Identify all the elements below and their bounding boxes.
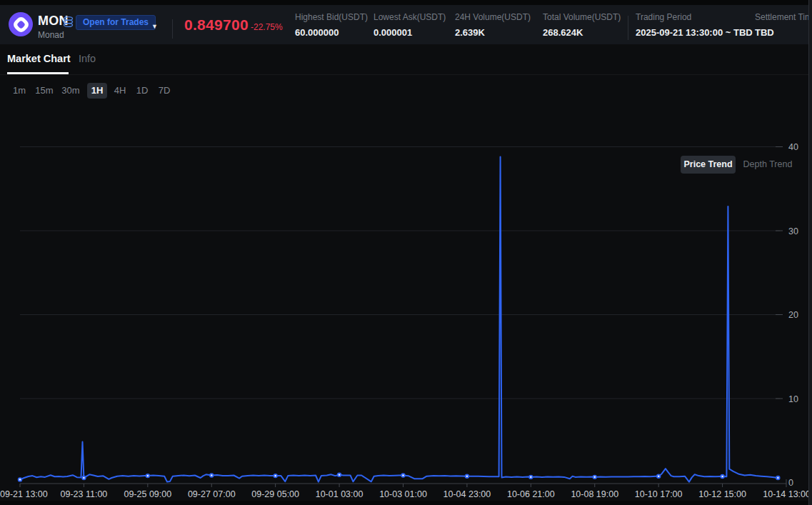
tab-bar: Market Chart Info xyxy=(0,44,812,75)
stat-24h-volume: 24H Volume(USDT) 2.639K xyxy=(455,12,531,38)
stat-label: Highest Bid(USDT) xyxy=(295,12,368,22)
stat-total-volume: Total Volume(USDT) 268.624K xyxy=(543,12,621,38)
trading-page: MON Open for Trades Monad ▼ 0.849700 -22… xyxy=(0,0,812,505)
stat-value: 60.000000 xyxy=(295,27,368,38)
svg-text:10-04 23:00: 10-04 23:00 xyxy=(443,489,491,499)
stat-highest-bid: Highest Bid(USDT) 60.000000 xyxy=(295,12,368,38)
svg-text:10-14 13:00: 10-14 13:00 xyxy=(763,489,811,499)
x-axis-labels: 09-21 13:0009-23 11:0009-25 09:0009-27 0… xyxy=(0,489,811,499)
stat-lowest-ask: Lowest Ask(USDT) 0.000001 xyxy=(374,12,446,38)
price-chart[interactable]: 01020304009-21 13:0009-23 11:0009-25 09:… xyxy=(0,114,812,505)
stat-value: 268.624K xyxy=(543,27,621,38)
header-divider xyxy=(172,19,173,39)
svg-text:09-27 07:00: 09-27 07:00 xyxy=(188,489,236,499)
scrollbar-track[interactable] xyxy=(808,0,812,505)
last-price: 0.849700 xyxy=(184,16,249,34)
svg-text:0: 0 xyxy=(788,478,793,488)
svg-text:20: 20 xyxy=(788,310,798,320)
svg-text:10-10 17:00: 10-10 17:00 xyxy=(635,489,683,499)
active-tab-underline xyxy=(7,72,69,74)
interval-7d[interactable]: 7D xyxy=(156,83,172,99)
header-divider xyxy=(628,16,628,40)
monad-logo xyxy=(9,12,33,36)
top-strip xyxy=(0,0,812,5)
svg-text:09-29 05:00: 09-29 05:00 xyxy=(251,489,299,499)
stat-label: 24H Volume(USDT) xyxy=(455,12,531,22)
svg-text:40: 40 xyxy=(788,142,798,152)
stat-value: 0.000001 xyxy=(374,27,446,38)
data-point-markers xyxy=(18,472,781,481)
stat-value: TBD xyxy=(755,27,812,38)
y-axis-labels: 010203040 xyxy=(788,142,798,488)
interval-1m[interactable]: 1m xyxy=(11,83,27,99)
svg-text:10-12 15:00: 10-12 15:00 xyxy=(698,489,746,499)
stat-label: Lowest Ask(USDT) xyxy=(374,12,446,22)
interval-1d[interactable]: 1D xyxy=(134,83,150,99)
stat-label: Settlement Time xyxy=(755,12,812,22)
interval-15m[interactable]: 15m xyxy=(34,83,54,99)
coins-stack-icon xyxy=(63,16,74,31)
gridlines xyxy=(20,147,783,399)
svg-text:09-21 13:00: 09-21 13:00 xyxy=(0,489,48,499)
svg-text:09-25 09:00: 09-25 09:00 xyxy=(124,489,171,499)
price-trend-chart-svg[interactable]: 01020304009-21 13:0009-23 11:0009-25 09:… xyxy=(0,114,812,505)
interval-1h[interactable]: 1H xyxy=(87,83,107,99)
svg-text:10-03 01:00: 10-03 01:00 xyxy=(379,489,427,499)
price-change-pct: -22.75% xyxy=(251,22,283,32)
svg-text:10-06 21:00: 10-06 21:00 xyxy=(507,489,555,499)
stat-trading-period: Trading Period 2025-09-21 13:30:00 ~ TBD xyxy=(636,12,753,38)
monad-logo-ring xyxy=(11,15,31,34)
status-badge: Open for Trades xyxy=(76,15,156,30)
svg-text:10-08 19:00: 10-08 19:00 xyxy=(571,489,618,499)
chart-toolbar: 1m 15m 30m 1H 4H 1D 7D Price Trend Depth… xyxy=(0,75,812,105)
tab-info[interactable]: Info xyxy=(79,53,96,64)
svg-text:09-23 11:00: 09-23 11:00 xyxy=(61,489,108,499)
token-name: Monad xyxy=(38,30,64,40)
stat-value: 2025-09-21 13:30:00 ~ TBD xyxy=(636,27,753,38)
stat-value: 2.639K xyxy=(455,27,531,38)
bottom-strip xyxy=(0,501,812,505)
token-header: MON Open for Trades Monad ▼ 0.849700 -22… xyxy=(0,5,812,44)
stat-settlement-time: Settlement Time TBD xyxy=(755,12,812,38)
svg-text:10: 10 xyxy=(788,394,798,404)
stat-label: Trading Period xyxy=(636,12,753,22)
tab-market-chart[interactable]: Market Chart xyxy=(7,53,71,64)
svg-text:10-01 03:00: 10-01 03:00 xyxy=(316,489,364,499)
interval-30m[interactable]: 30m xyxy=(60,83,81,99)
svg-text:30: 30 xyxy=(788,226,798,236)
stat-label: Total Volume(USDT) xyxy=(543,12,621,22)
x-axis xyxy=(20,479,786,487)
interval-4h[interactable]: 4H xyxy=(112,83,128,99)
chevron-down-icon[interactable]: ▼ xyxy=(151,23,158,30)
price-line-series xyxy=(20,157,778,482)
